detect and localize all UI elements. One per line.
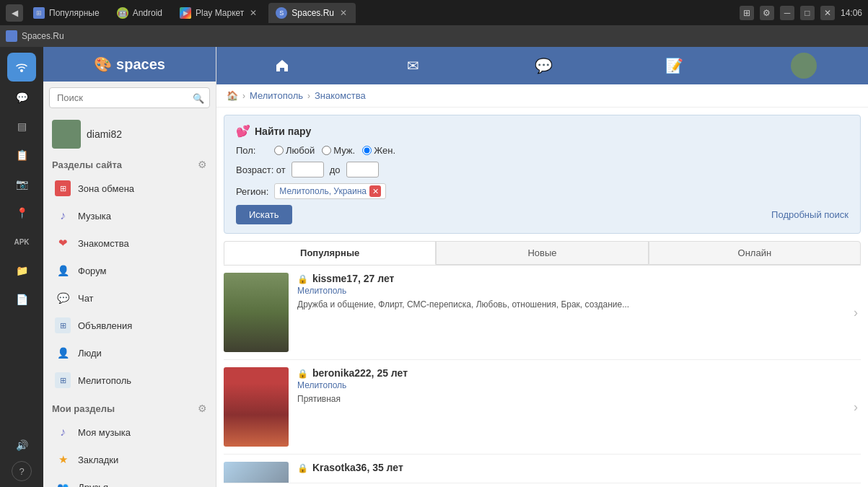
apk-sidebar-icon[interactable]: APK: [9, 229, 35, 255]
user-topbar-avatar[interactable]: [791, 53, 817, 79]
age-to-input[interactable]: [346, 162, 379, 177]
maximize-button[interactable]: □: [800, 6, 815, 20]
notes-topbar-icon[interactable]: 📝: [660, 51, 689, 80]
close-button[interactable]: ✕: [820, 6, 835, 20]
nav-item-melitopol-label: Мелитополь: [78, 375, 131, 386]
chat-topbar-icon[interactable]: 💬: [529, 51, 558, 80]
search-button[interactable]: Искать: [236, 205, 292, 224]
tab-welcome[interactable]: ⊞ Популярные: [26, 3, 107, 23]
browser-content: 🎨 spaces 🔍 diami82: [43, 47, 868, 487]
chat-nav-icon: 💬: [55, 290, 71, 306]
tab-android[interactable]: 🤖 Android: [110, 3, 170, 23]
nav-item-bookmarks[interactable]: ★ Закладки: [43, 446, 216, 473]
help-sidebar-icon[interactable]: ?: [12, 461, 32, 481]
region-remove-button[interactable]: ✕: [369, 185, 381, 197]
my-section-gear-icon[interactable]: ⚙: [198, 403, 207, 414]
minimize-button[interactable]: ─: [780, 6, 794, 20]
gender-any[interactable]: Любой: [274, 145, 315, 156]
nav-item-friends-label: Друзья: [78, 482, 108, 488]
folder-sidebar-icon[interactable]: 📁: [9, 258, 35, 284]
nav-item-my-music[interactable]: ♪ Моя музыка: [43, 418, 216, 446]
titlebar: ◀ ⊞ Популярные 🤖 Android ▶ Play Маркет ✕…: [0, 0, 868, 25]
volume-sidebar-icon[interactable]: 🔊: [9, 432, 35, 458]
user-card-kissme17[interactable]: 🔒 kissme17, 27 лет Мелитополь Дружба и о…: [224, 266, 861, 360]
play-tab-close[interactable]: ✕: [248, 8, 258, 18]
nav-item-dating[interactable]: ❤ Знакомства: [43, 229, 216, 257]
welcome-tab-label: Популярные: [49, 8, 100, 18]
user-photo-beronika: [224, 367, 289, 447]
gender-male-radio[interactable]: [322, 146, 331, 155]
spaces-app: 🎨 spaces 🔍 diami82: [43, 47, 868, 487]
gender-label: Пол:: [236, 145, 268, 156]
gender-female-radio[interactable]: [362, 146, 372, 155]
tabs-bar: Популярные Новые Онлайн: [224, 241, 861, 266]
nav-item-melitopol[interactable]: ⊞ Мелитополь: [43, 367, 216, 394]
nav-search-container: 🔍: [43, 82, 216, 114]
lock-icon3: 🔒: [297, 463, 308, 473]
tab-popular[interactable]: Популярные: [224, 241, 436, 265]
nav-search-input[interactable]: [49, 87, 210, 108]
user-card-beronika[interactable]: 🔒 beronika222, 25 лет Мелитополь Прятивн…: [224, 360, 861, 455]
notes-sidebar-icon[interactable]: 📋: [9, 142, 35, 168]
mail-topbar-icon[interactable]: ✉: [398, 51, 427, 80]
breadcrumb-home[interactable]: 🏠: [227, 90, 238, 101]
nav-item-music[interactable]: ♪ Музыка: [43, 202, 216, 229]
home-topbar-icon[interactable]: [268, 51, 297, 80]
nav-section-my-title: Мои разделы: [52, 403, 115, 414]
melitopol-icon: ⊞: [55, 372, 71, 388]
age-label-from: Возраст: от: [236, 164, 286, 175]
age-from-input[interactable]: [291, 162, 324, 177]
welcome-tab-icon: ⊞: [33, 7, 45, 19]
android-tab-label: Android: [133, 8, 162, 18]
file-sidebar-icon[interactable]: 📄: [9, 286, 35, 312]
heart-nav-icon: ❤: [55, 235, 71, 251]
nav-section-gear-icon[interactable]: ⚙: [198, 159, 207, 170]
back-button[interactable]: ◀: [6, 4, 23, 22]
tab-spaces[interactable]: S Spaces.Ru ✕: [268, 3, 356, 23]
gender-female[interactable]: Жен.: [362, 145, 395, 156]
spaces-logo-text: spaces: [116, 56, 165, 73]
tab-new[interactable]: Новые: [436, 241, 648, 265]
nav-item-bookmarks-label: Закладки: [78, 455, 118, 465]
nav-item-ads[interactable]: ⊞ Объявления: [43, 312, 216, 339]
location-sidebar-icon[interactable]: 📍: [9, 200, 35, 226]
tab-play-market[interactable]: ▶ Play Маркет ✕: [172, 3, 266, 23]
region-label: Регион:: [236, 186, 268, 197]
nav-item-friends[interactable]: 👥 Друзья: [43, 473, 216, 487]
heart-icon: 💕: [236, 124, 250, 138]
user-card-krasotka[interactable]: 🔒 Krasotka36, 35 лет: [224, 455, 861, 483]
user-name-kissme17: 🔒 kissme17, 27 лет: [297, 273, 845, 284]
user-avatar[interactable]: [52, 120, 81, 149]
spaces-tab-icon: S: [276, 7, 287, 19]
nav-item-people[interactable]: 👤 Люди: [43, 339, 216, 367]
settings-button[interactable]: ⚙: [760, 6, 774, 20]
nav-item-people-label: Люди: [78, 348, 102, 359]
spaces-tab-label: Spaces.Ru: [291, 8, 334, 18]
nav-item-forum[interactable]: 👤 Форум: [43, 257, 216, 284]
forum-icon: 👤: [55, 263, 71, 278]
gender-any-radio[interactable]: [274, 146, 284, 155]
nav-username: diami82: [87, 128, 122, 140]
search-form: 💕 Найти пару Пол: Любой Муж.: [224, 115, 861, 234]
nav-item-chat[interactable]: 💬 Чат: [43, 284, 216, 312]
gender-options: Любой Муж. Жен.: [274, 145, 395, 156]
spaces-tab-close[interactable]: ✕: [338, 8, 348, 18]
nav-section-my: Мои разделы ⚙: [43, 398, 216, 418]
chat-sidebar-icon[interactable]: 💬: [9, 84, 35, 110]
user-location-kissme17: Мелитополь: [297, 286, 845, 296]
gender-male[interactable]: Муж.: [322, 145, 355, 156]
wifi-icon[interactable]: [7, 53, 36, 82]
user-arrow-beronika: ›: [854, 367, 861, 447]
breadcrumb-melitopol[interactable]: Мелитополь: [250, 90, 303, 101]
age-label-to: до: [330, 164, 341, 175]
grid-button[interactable]: ⊞: [740, 6, 754, 20]
layers-sidebar-icon[interactable]: ▤: [9, 113, 35, 139]
app-sidebar: 💬 ▤ 📋 📷 📍 APK 📁 📄 🔊 ?: [0, 47, 43, 487]
tab-online[interactable]: Онлайн: [649, 241, 861, 265]
user-location-beronika: Мелитополь: [297, 380, 845, 390]
main-area: 💬 ▤ 📋 📷 📍 APK 📁 📄 🔊 ? 🎨 spaces: [0, 47, 868, 487]
advanced-search-link[interactable]: Подробный поиск: [771, 209, 849, 220]
camera-sidebar-icon[interactable]: 📷: [9, 171, 35, 197]
nav-item-exchange[interactable]: ⊞ Зона обмена: [43, 175, 216, 202]
breadcrumb-dating[interactable]: Знакомства: [315, 90, 366, 101]
